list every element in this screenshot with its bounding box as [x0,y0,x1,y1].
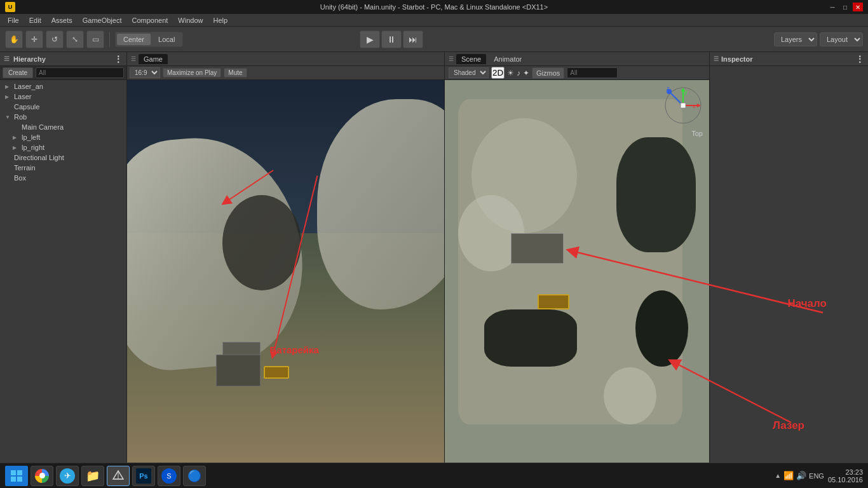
scene-light-icon[interactable]: ☀ [507,69,514,78]
minimize-button[interactable]: ─ [827,3,837,11]
tree-label: Terrain [14,164,36,172]
photoshop-icon: Ps [136,468,151,484]
mute-btn[interactable]: Mute [224,68,247,78]
scene-toolbar: Shaded 2D ☀ ♪ ✦ Gizmos [445,66,709,80]
rotate-tool[interactable]: ↺ [46,30,64,48]
taskbar-unity[interactable] [107,466,130,486]
hierarchy-create-btn[interactable]: Create [3,67,33,78]
rect-tool[interactable]: ▭ [86,30,104,48]
scene-tab[interactable]: Scene [456,54,486,64]
svg-rect-16 [17,470,22,475]
menu-assets[interactable]: Assets [46,15,78,25]
tree-label: Box [14,174,26,182]
tree-item-laser-an[interactable]: ▶ Laser_an [0,81,126,92]
step-button[interactable]: ⏭ [403,30,423,48]
tree-label: lp_right [22,144,44,151]
close-button[interactable]: ✕ [853,3,863,11]
game-tab-icon: ☰ [131,56,136,62]
2d-btn[interactable]: 2D [491,67,505,79]
pivot-group: Center Local [115,32,183,47]
menu-gameobject[interactable]: GameObject [78,15,127,25]
game-viewport[interactable]: Батарейка [127,80,444,463]
start-annotation: Начало [787,297,827,310]
menu-component[interactable]: Component [126,15,173,25]
hierarchy-search-input[interactable] [36,67,124,78]
scene-search-input[interactable] [567,67,618,78]
tree-label: Directional Light [14,154,64,161]
tree-item-directional-light[interactable]: ▶ Directional Light [0,152,126,163]
windows-logo [10,470,23,482]
game-tab[interactable]: Game [139,54,168,64]
layout-select[interactable]: Layout [820,32,863,46]
tray-arrow[interactable]: ▲ [775,472,781,479]
laser-annotation: Лазер [773,419,804,432]
scene-header: ☰ Scene Animator [445,52,709,66]
hierarchy-title: Hierarchy [13,55,46,63]
maximize-on-play-btn[interactable]: Maximize on Play [163,68,221,78]
shading-select[interactable]: Shaded [449,67,489,78]
menu-edit[interactable]: Edit [24,15,46,25]
scale-tool[interactable]: ⤡ [66,30,84,48]
game-ratio-select[interactable]: 16:9 [130,67,160,78]
taskbar: ✈ 📁 Ps S 🔵 ▲ 📶 🔊 ENG 23:23 05.10.2016 [0,463,868,488]
scene-panel: ☰ Scene Animator Shaded 2D ☀ ♪ ✦ Gizmos [445,52,709,463]
taskbar-sourcetree[interactable]: S [158,466,180,486]
scene-viewport[interactable]: x y z Top [445,80,709,463]
maximize-button[interactable]: □ [840,3,850,11]
tree-item-rob[interactable]: ▼ Rob [0,112,126,122]
tree-item-main-camera[interactable]: ▶ Main Camera [0,122,126,132]
svg-marker-3 [697,104,701,107]
tree-item-lp-right[interactable]: ▶ lp_right [0,142,126,152]
taskbar-unknown[interactable]: 🔵 [183,466,206,486]
move-tool[interactable]: ✛ [25,30,43,48]
app-icon: U [5,2,15,12]
terrain-bump3 [604,367,656,424]
svg-text:x: x [693,103,696,109]
center-button[interactable]: Center [117,34,151,45]
wall1 [511,233,564,264]
menu-file[interactable]: File [3,15,24,25]
terrain-hole3 [484,309,577,367]
taskbar-tray: ▲ 📶 🔊 ENG [775,471,824,480]
inspector-options[interactable]: ⋮ [855,54,864,64]
play-controls: ▶ ⏸ ⏭ [360,30,423,48]
game-panel: ☰ Game 16:9 Maximize on Play Mute [127,52,445,463]
hand-tool[interactable]: ✋ [5,30,23,48]
tree-item-box[interactable]: ▶ Box [0,173,126,183]
tree-item-capsule[interactable]: ▶ Capsule [0,102,126,112]
hierarchy-options[interactable]: ⋮ [114,54,123,64]
volume-icon: 🔊 [796,471,806,480]
tree-label: Laser [14,93,32,100]
svg-rect-17 [11,477,16,482]
date-display: 05.10.2016 [828,476,863,484]
local-button[interactable]: Local [152,34,181,45]
play-button[interactable]: ▶ [360,30,380,48]
taskbar-photoshop[interactable]: Ps [132,466,155,486]
layers-select[interactable]: Layers [774,32,817,46]
menu-window[interactable]: Window [173,15,208,25]
scene-audio-icon[interactable]: ♪ [517,69,520,78]
battery-annotation-text: Батарейка [270,344,319,355]
gizmos-btn[interactable]: Gizmos [532,67,564,79]
tree-label: Main Camera [22,123,64,131]
start-button[interactable] [5,466,28,486]
hierarchy-tree: ▶ Laser_an ▶ Laser ▶ Capsule ▼ Rob ▶ Mai… [0,80,126,463]
taskbar-telegram[interactable]: ✈ [56,466,79,486]
tree-label: Laser_an [14,83,43,90]
game-header: ☰ Game [127,52,444,66]
lang-label: ENG [809,472,824,480]
window-controls: ─ □ ✕ [827,3,863,11]
game-toolbar: 16:9 Maximize on Play Mute [127,66,444,80]
tree-item-terrain[interactable]: ▶ Terrain [0,163,126,173]
view-label: Top [691,130,703,137]
scene-fx-icon[interactable]: ✦ [523,69,529,78]
animator-tab[interactable]: Animator [489,54,527,64]
hierarchy-search-bar: Create [0,66,126,80]
tree-item-lp-left[interactable]: ▶ lp_left [0,132,126,142]
tree-item-laser[interactable]: ▶ Laser [0,92,126,102]
inspector-header: ☰ Inspector ⋮ [710,52,868,66]
taskbar-explorer[interactable]: 📁 [81,466,104,486]
menu-help[interactable]: Help [208,15,233,25]
taskbar-chrome[interactable] [31,466,53,486]
pause-button[interactable]: ⏸ [381,30,402,48]
